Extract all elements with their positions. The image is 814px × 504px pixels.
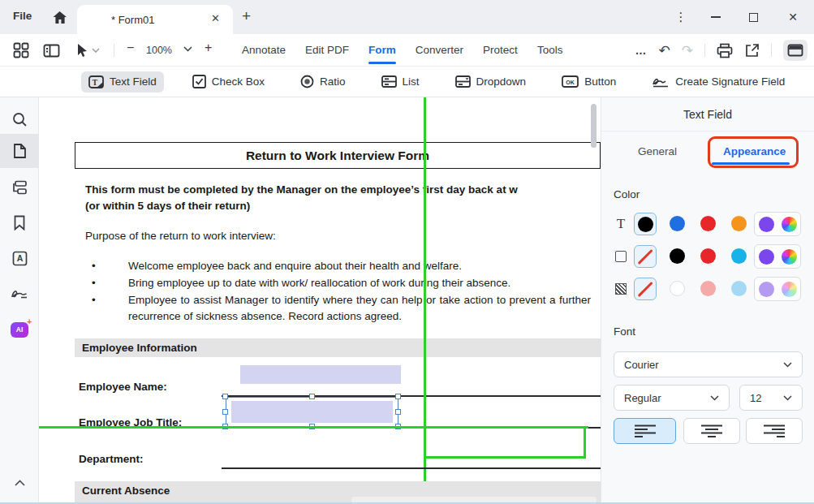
annotations-button[interactable]: A bbox=[0, 241, 39, 275]
menu-form[interactable]: Form bbox=[368, 34, 396, 67]
zoom-in-button[interactable]: + bbox=[205, 41, 212, 55]
font-size-value: 12 bbox=[750, 392, 761, 404]
home-button[interactable] bbox=[49, 8, 70, 26]
left-sidebar: A AI 1 3 bbox=[0, 97, 39, 504]
font-family-select[interactable]: Courier bbox=[614, 351, 803, 377]
radio-icon bbox=[300, 75, 314, 88]
tool-label: Create Signature Field bbox=[675, 75, 785, 88]
vertical-scrollbar[interactable] bbox=[591, 104, 597, 148]
bookmarks-button[interactable] bbox=[0, 205, 39, 239]
color-picker-swatch[interactable] bbox=[782, 249, 797, 265]
tool-check-box[interactable]: Check Box bbox=[185, 71, 272, 93]
font-size-select[interactable]: 12 bbox=[739, 385, 803, 411]
document-tab[interactable]: * Form01 ✕ bbox=[77, 5, 233, 34]
outline-button[interactable] bbox=[0, 170, 39, 205]
align-center-button[interactable] bbox=[683, 418, 740, 444]
zoom-out-button[interactable]: − bbox=[127, 41, 134, 55]
selection-handle[interactable] bbox=[222, 394, 228, 399]
menu-converter[interactable]: Converter bbox=[416, 34, 463, 67]
align-left-button[interactable] bbox=[614, 418, 676, 444]
more-options-icon[interactable]: ⋮ bbox=[665, 10, 697, 24]
color-swatch[interactable] bbox=[670, 216, 685, 231]
color-swatch[interactable] bbox=[670, 248, 685, 264]
form-field-employee-name[interactable] bbox=[240, 365, 401, 384]
signature-icon bbox=[11, 287, 28, 300]
check-box-icon bbox=[192, 75, 206, 88]
color-swatch[interactable] bbox=[731, 216, 747, 231]
tool-ratio[interactable]: Ratio bbox=[293, 71, 353, 93]
minimize-icon bbox=[711, 16, 721, 18]
align-center-icon bbox=[701, 424, 722, 438]
color-swatch[interactable] bbox=[759, 282, 774, 297]
color-swatch[interactable] bbox=[700, 216, 716, 231]
zoom-level[interactable]: 100% bbox=[146, 45, 172, 56]
color-picker-swatch[interactable] bbox=[782, 282, 797, 297]
selection-handle[interactable] bbox=[395, 394, 401, 399]
new-field-preview bbox=[424, 426, 586, 459]
color-swatch[interactable] bbox=[700, 281, 716, 296]
selection-handle[interactable] bbox=[309, 394, 315, 399]
selection-handle[interactable] bbox=[222, 409, 228, 415]
document-page[interactable]: Return to Work Interview Form This form … bbox=[39, 97, 601, 504]
file-menu[interactable]: File bbox=[13, 10, 32, 22]
minimize-button[interactable] bbox=[697, 16, 734, 18]
app-grid-button[interactable] bbox=[11, 41, 32, 59]
select-tool-button[interactable] bbox=[71, 41, 104, 59]
previous-page-button[interactable] bbox=[0, 472, 39, 493]
text-color-selected-swatch[interactable] bbox=[634, 213, 657, 235]
ai-assistant-button[interactable]: AI bbox=[0, 312, 39, 347]
section-employee-information: Employee Information bbox=[75, 338, 601, 357]
menu-edit-pdf[interactable]: Edit PDF bbox=[305, 34, 349, 67]
tool-dropdown[interactable]: Dropdown bbox=[448, 71, 534, 92]
color-swatch[interactable] bbox=[670, 281, 685, 296]
text-color-row-icon: T bbox=[614, 217, 628, 231]
zoom-dropdown-button[interactable] bbox=[183, 46, 192, 52]
tool-text-field[interactable]: T Text Field bbox=[81, 71, 164, 93]
tool-label: Button bbox=[584, 75, 616, 88]
menu-annotate[interactable]: Annotate bbox=[242, 34, 286, 67]
close-button[interactable]: ✕ bbox=[772, 11, 814, 24]
fill-color-row-icon bbox=[614, 282, 628, 296]
tool-label: Dropdown bbox=[476, 75, 527, 88]
thumbnails-button[interactable] bbox=[0, 134, 39, 168]
color-swatch bbox=[638, 217, 653, 232]
ribbon-toggle-button[interactable] bbox=[783, 40, 808, 61]
fill-color-icon bbox=[615, 283, 627, 295]
home-icon bbox=[52, 11, 67, 24]
panel-layout-icon bbox=[43, 44, 60, 58]
more-tools-icon[interactable]: … bbox=[635, 44, 648, 57]
export-icon[interactable] bbox=[744, 43, 760, 58]
signature-pen-icon bbox=[652, 75, 670, 88]
menu-protect[interactable]: Protect bbox=[483, 34, 518, 67]
color-picker-swatch[interactable] bbox=[782, 217, 797, 232]
menu-tools[interactable]: Tools bbox=[537, 34, 563, 67]
signatures-button[interactable] bbox=[0, 277, 39, 311]
color-swatch[interactable] bbox=[759, 249, 774, 265]
color-swatch[interactable] bbox=[731, 281, 747, 296]
undo-icon[interactable]: ↶ bbox=[659, 42, 670, 59]
panel-layout-button[interactable] bbox=[41, 41, 62, 59]
tool-button[interactable]: OK Button bbox=[554, 71, 623, 92]
tool-list[interactable]: List bbox=[374, 71, 427, 92]
tab-close-icon[interactable]: ✕ bbox=[211, 12, 220, 24]
selection-handle[interactable] bbox=[395, 409, 401, 415]
print-icon[interactable] bbox=[717, 43, 733, 58]
color-swatch[interactable] bbox=[759, 217, 774, 232]
maximize-button[interactable] bbox=[734, 13, 772, 22]
divider bbox=[704, 44, 705, 57]
search-button[interactable] bbox=[0, 102, 39, 136]
color-swatch[interactable] bbox=[700, 248, 716, 264]
field-selection-box[interactable] bbox=[226, 397, 398, 427]
tool-create-signature-field[interactable]: Create Signature Field bbox=[644, 71, 792, 93]
color-swatch[interactable] bbox=[731, 248, 747, 264]
new-tab-button[interactable]: + bbox=[242, 8, 251, 24]
tab-general[interactable]: General bbox=[638, 145, 677, 157]
font-style-select[interactable]: Regular bbox=[614, 385, 730, 411]
redo-icon: ↷ bbox=[682, 42, 693, 59]
underline-department bbox=[222, 467, 601, 469]
grid-icon bbox=[13, 42, 29, 58]
border-color-selected-swatch[interactable] bbox=[634, 245, 657, 268]
page-icon bbox=[13, 143, 27, 159]
align-right-button[interactable] bbox=[746, 418, 803, 444]
fill-color-selected-swatch[interactable] bbox=[634, 278, 657, 300]
